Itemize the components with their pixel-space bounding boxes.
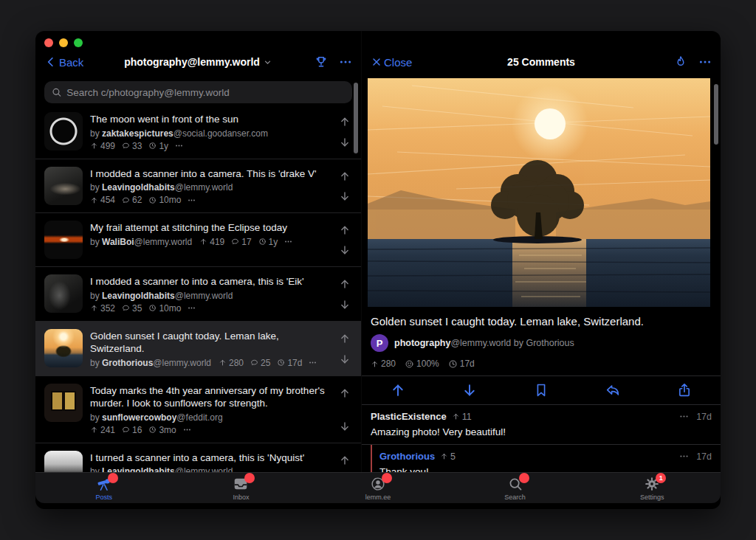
app-window: Back photography@lemmy.world xyxy=(35,31,721,509)
feed-scrollbar[interactable] xyxy=(354,83,358,153)
post-more-options-icon[interactable] xyxy=(309,359,317,367)
downvote-button[interactable] xyxy=(433,382,505,398)
post-list-item[interactable]: I modded a scanner into a camera. This i… xyxy=(35,159,361,214)
comment-more-options-icon[interactable] xyxy=(679,412,689,421)
post-thumbnail[interactable] xyxy=(44,274,83,313)
comments-count-title: 25 Comments xyxy=(362,56,721,68)
upvote-button[interactable] xyxy=(339,224,351,236)
post-list-item[interactable]: The moon went in front of the sun by zak… xyxy=(35,105,361,159)
upvote-button[interactable] xyxy=(339,454,351,466)
post-author: by Leavingoldhabits@lemmy.world xyxy=(90,182,233,193)
back-button[interactable]: Back xyxy=(44,55,83,69)
comment[interactable]: PlasticExistence 11 17d Amazing photo! V… xyxy=(362,405,721,445)
post-list-item[interactable]: Today marks the 4th year anniversary of … xyxy=(35,376,361,443)
upvote-button[interactable] xyxy=(339,170,351,182)
comment-count-icon xyxy=(250,359,258,367)
bookmark-icon xyxy=(533,382,549,398)
comment-author[interactable]: PlasticExistence xyxy=(371,411,447,422)
tab-label: Search xyxy=(504,494,526,501)
downvote-button[interactable] xyxy=(339,136,351,148)
trophy-icon[interactable] xyxy=(314,55,329,69)
comment[interactable]: Grothorious 5 17d Thank you! xyxy=(371,445,721,472)
post-more-options-icon[interactable] xyxy=(175,142,183,150)
upvote-count-icon xyxy=(219,359,227,367)
post-thumbnail[interactable] xyxy=(44,329,83,367)
post-thumbnail[interactable] xyxy=(44,167,83,205)
post-list-item[interactable]: I modded a scanner to into a camera, thi… xyxy=(35,267,361,322)
downvote-button[interactable] xyxy=(339,244,351,256)
search-input[interactable] xyxy=(66,87,346,98)
post-age-icon xyxy=(277,359,285,367)
bottom-tab-bar: Posts Inbox lemm.ee Search 1 Settings xyxy=(35,472,721,503)
share-button[interactable] xyxy=(649,382,721,398)
community-name: photography xyxy=(394,338,450,348)
post-more-options-icon[interactable] xyxy=(188,304,196,312)
search-bar[interactable] xyxy=(44,81,352,103)
post-community-row[interactable]: P photography@lemmy.world by Grothorious xyxy=(371,334,710,352)
feed-more-options-icon[interactable] xyxy=(339,55,352,69)
tab-posts[interactable]: Posts xyxy=(35,476,173,501)
post-thumbnail[interactable] xyxy=(44,384,83,422)
post-thumbnail[interactable] xyxy=(44,221,83,259)
post-author-byline: by Grothorious xyxy=(511,338,574,348)
downvote-button[interactable] xyxy=(339,299,351,311)
community-title-text: photography@lemmy.world xyxy=(124,56,260,68)
community-feed-panel: Back photography@lemmy.world xyxy=(35,31,362,472)
comment-count-icon xyxy=(122,304,130,312)
post-title: My frail attempt at stitching the Eclips… xyxy=(90,221,329,235)
upvote-button[interactable] xyxy=(339,387,351,399)
post-author: by WaliBoi@lemmy.world xyxy=(90,237,192,247)
post-more-options-icon[interactable] xyxy=(284,238,292,246)
upvote-count-icon xyxy=(90,142,98,150)
upvote-button[interactable] xyxy=(362,382,433,398)
post-thumbnail[interactable] xyxy=(44,112,83,150)
post-more-options-icon[interactable] xyxy=(188,196,196,204)
comment-count-icon xyxy=(122,142,130,150)
tab-lemm-ee[interactable]: lemm.ee xyxy=(309,476,447,501)
downvote-button[interactable] xyxy=(339,353,351,365)
community-title[interactable]: photography@lemmy.world xyxy=(35,56,361,68)
upvote-count-icon xyxy=(452,412,460,420)
tab-search[interactable]: Search xyxy=(447,476,584,501)
tab-inbox[interactable]: Inbox xyxy=(173,476,310,501)
post-thumbnail[interactable] xyxy=(44,451,83,472)
tab-label: lemm.ee xyxy=(365,494,391,501)
post-title: I turned a scanner into a camera, this i… xyxy=(90,451,329,465)
upvote-button[interactable] xyxy=(339,333,351,345)
downvote-button[interactable] xyxy=(339,420,351,432)
chevron-left-icon xyxy=(44,55,58,69)
post-image-sunset-lake-tree[interactable] xyxy=(368,78,710,307)
bookmark-button[interactable] xyxy=(505,382,577,398)
desktop-background: Back photography@lemmy.world xyxy=(0,0,756,540)
vote-percent-icon xyxy=(405,359,414,369)
tab-settings[interactable]: 1 Settings xyxy=(583,476,721,501)
close-x-icon xyxy=(371,56,382,68)
post-author: by Leavingoldhabits@lemmy.world xyxy=(90,291,233,301)
minimize-window-button[interactable] xyxy=(59,38,68,47)
detail-header: Close 25 Comments xyxy=(362,49,721,75)
post-stats: 419 17 1y xyxy=(199,237,292,247)
comment-more-options-icon[interactable] xyxy=(679,451,689,461)
detail-more-options-icon[interactable] xyxy=(698,55,712,69)
upvote-count-icon xyxy=(90,426,98,434)
close-window-button[interactable] xyxy=(44,38,53,47)
post-more-options-icon[interactable] xyxy=(183,426,191,434)
post-list-item[interactable]: I turned a scanner into a camera, this i… xyxy=(35,443,361,472)
comment-count-icon xyxy=(231,238,239,246)
upvote-button[interactable] xyxy=(339,116,351,128)
comment-votes: 5 xyxy=(440,451,456,462)
post-list-item[interactable]: My frail attempt at stitching the Eclips… xyxy=(35,213,361,267)
upvote-button[interactable] xyxy=(339,278,351,290)
comment-author[interactable]: Grothorious xyxy=(379,451,435,462)
notification-badge xyxy=(244,473,255,483)
feed-header: Back photography@lemmy.world xyxy=(35,49,361,75)
comment-body: Amazing photo! Very beautiful! xyxy=(371,426,712,437)
post-list-item[interactable]: Golden sunset I caught today. Leman lake… xyxy=(35,322,361,376)
reply-button[interactable] xyxy=(577,382,649,398)
close-button[interactable]: Close xyxy=(371,56,412,69)
downvote-button[interactable] xyxy=(339,190,351,202)
zoom-window-button[interactable] xyxy=(74,38,83,47)
detail-scrollbar[interactable] xyxy=(714,84,718,145)
reply-icon xyxy=(605,382,621,398)
sort-hot-icon[interactable] xyxy=(673,55,688,69)
